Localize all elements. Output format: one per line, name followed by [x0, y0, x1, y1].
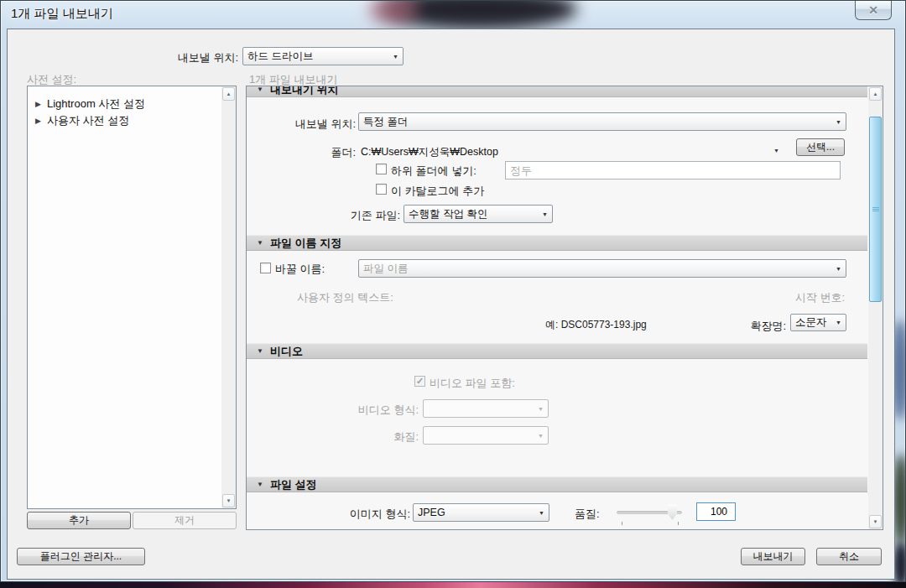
video-format-dropdown: ▼	[423, 399, 549, 418]
close-button[interactable]: ✕	[855, 0, 892, 20]
example-filename: 예: DSC05773-193.jpg	[545, 318, 647, 332]
presets-listbox: ▶ Lightroom 사전 설정 ▶ 사용자 사전 설정 ▲ ▼	[27, 86, 237, 509]
video-quality-label: 화질:	[247, 429, 419, 445]
extension-label: 확장명:	[677, 319, 786, 334]
scroll-up-button[interactable]: ▲	[222, 87, 235, 101]
export-location-dropdown[interactable]: 특정 폴더 ▼	[358, 112, 846, 131]
quality-value-input[interactable]: 100	[696, 502, 736, 521]
tree-item-label: Lightroom 사전 설정	[47, 96, 145, 112]
scrollbar-thumb[interactable]	[869, 117, 882, 302]
chevron-down-icon: ▼	[830, 266, 841, 272]
slider-tick	[622, 522, 622, 525]
put-in-subfolder-label: 하위 폴더에 넣기:	[391, 164, 476, 179]
add-to-catalog-checkbox[interactable]	[376, 184, 387, 195]
window-edge-reflection	[893, 454, 906, 546]
scroll-down-icon: ▼	[226, 498, 232, 503]
chevron-down-icon: ▼	[388, 54, 398, 60]
chevron-down-icon: ▼	[533, 406, 544, 412]
image-format-dropdown[interactable]: JPEG ▼	[413, 503, 549, 522]
window-edge-reflection	[893, 542, 906, 582]
scroll-up-button[interactable]: ▲	[869, 87, 882, 101]
extension-case-value: 소문자	[795, 315, 827, 330]
video-quality-dropdown: ▼	[423, 426, 549, 445]
scroll-down-button[interactable]: ▼	[222, 494, 235, 507]
section-expanded-icon: ▼	[257, 239, 263, 247]
start-number-label: 시작 번호:	[719, 290, 845, 305]
image-format-label: 이미지 형식:	[247, 507, 410, 522]
plugin-manager-button[interactable]: 플러그인 관리자...	[17, 548, 145, 565]
scroll-up-icon: ▲	[226, 91, 232, 96]
quality-slider-thumb[interactable]	[668, 504, 677, 520]
section-title: 비디오	[270, 344, 303, 359]
add-preset-button[interactable]: 추가	[27, 512, 131, 529]
include-video-label: 비디오 파일 포함:	[430, 376, 515, 391]
export-settings-panel: ▼ 내보내기 위치 내보낼 위치: 특정 폴더 ▼ 폴더: C:₩Users₩지…	[246, 86, 883, 530]
scroll-down-icon: ▼	[873, 519, 878, 524]
tree-collapsed-icon: ▶	[35, 100, 41, 108]
section-header-file-settings[interactable]: ▼ 파일 설정	[247, 476, 867, 492]
extension-case-dropdown[interactable]: 소문자 ▼	[790, 314, 846, 331]
custom-text-label: 사용자 정의 텍스트:	[297, 290, 393, 305]
section-expanded-icon: ▼	[257, 347, 263, 355]
rename-template-dropdown: 파일 이름 ▼	[358, 259, 846, 278]
image-format-value: JPEG	[418, 507, 445, 518]
export-to-dropdown[interactable]: 하드 드라이브 ▼	[242, 47, 404, 65]
window-title: 1개 파일 내보내기	[11, 6, 113, 22]
tree-item-label: 사용자 사전 설정	[47, 113, 129, 128]
add-to-catalog-label: 이 카탈로그에 추가	[391, 184, 484, 199]
video-format-label: 비디오 형식:	[247, 403, 419, 418]
folder-path: C:₩Users₩지성욱₩Desktop	[361, 145, 498, 159]
folder-dropdown-icon[interactable]: ▼	[773, 148, 779, 154]
tree-collapsed-icon: ▶	[35, 117, 41, 125]
chevron-down-icon: ▼	[534, 510, 544, 516]
section-title: 내보내기 위치	[270, 86, 339, 97]
folder-label: 폴더:	[247, 145, 356, 160]
export-dialog-window: 1개 파일 내보내기 ✕ 내보낼 위치: 하드 드라이브 ▼ 사전 설정: 1개…	[0, 0, 906, 582]
section-header-video[interactable]: ▼ 비디오	[247, 343, 867, 359]
include-video-checkbox: ✓	[414, 376, 425, 387]
export-location-label: 내보낼 위치:	[247, 117, 356, 132]
chevron-down-icon: ▼	[830, 119, 841, 125]
tree-item-user-presets[interactable]: ▶ 사용자 사전 설정	[35, 113, 129, 128]
dialog-client-area: 내보낼 위치: 하드 드라이브 ▼ 사전 설정: 1개 파일 내보내기 ▶ Li…	[7, 29, 895, 580]
section-header-export-location[interactable]: ▼ 내보내기 위치	[247, 86, 867, 97]
chevron-down-icon: ▼	[537, 211, 548, 217]
panel-scrollbar[interactable]: ▲ ▼	[868, 86, 883, 529]
close-icon: ✕	[868, 3, 878, 17]
rename-template-value: 파일 이름	[363, 262, 408, 276]
put-in-subfolder-checkbox[interactable]	[376, 164, 387, 174]
export-button[interactable]: 내보내기	[741, 548, 805, 565]
existing-files-label: 기존 파일:	[247, 208, 400, 223]
scrollbar-grip	[872, 207, 879, 211]
subfolder-name-input[interactable]: 정두	[505, 161, 841, 180]
section-expanded-icon: ▼	[257, 86, 263, 93]
quality-label: 품질:	[575, 507, 600, 522]
section-title: 파일 설정	[270, 477, 317, 492]
choose-folder-button[interactable]: 선택...	[796, 138, 845, 156]
existing-files-value: 수행할 작업 확인	[409, 207, 487, 221]
existing-files-dropdown[interactable]: 수행할 작업 확인 ▼	[404, 205, 553, 223]
chevron-down-icon: ▼	[533, 433, 544, 439]
section-title: 파일 이름 지정	[270, 236, 341, 251]
cancel-button[interactable]: 취소	[816, 548, 882, 565]
slider-tick	[678, 522, 679, 525]
scroll-up-icon: ▲	[873, 91, 878, 96]
section-expanded-icon: ▼	[257, 481, 263, 488]
remove-preset-button: 제거	[133, 512, 237, 529]
export-location-value: 특정 폴더	[363, 115, 408, 129]
export-to-label: 내보낼 위치:	[75, 50, 238, 65]
tree-item-lightroom-presets[interactable]: ▶ Lightroom 사전 설정	[35, 96, 145, 112]
rename-label: 바꿀 이름:	[275, 262, 325, 277]
presets-scrollbar[interactable]: ▲ ▼	[221, 86, 236, 508]
chevron-down-icon: ▼	[830, 320, 841, 325]
export-to-value: 하드 드라이브	[247, 49, 313, 64]
rename-checkbox[interactable]	[260, 263, 271, 273]
section-header-file-naming[interactable]: ▼ 파일 이름 지정	[247, 235, 867, 251]
scroll-down-button[interactable]: ▼	[869, 515, 882, 528]
checkmark-icon: ✓	[416, 376, 424, 386]
